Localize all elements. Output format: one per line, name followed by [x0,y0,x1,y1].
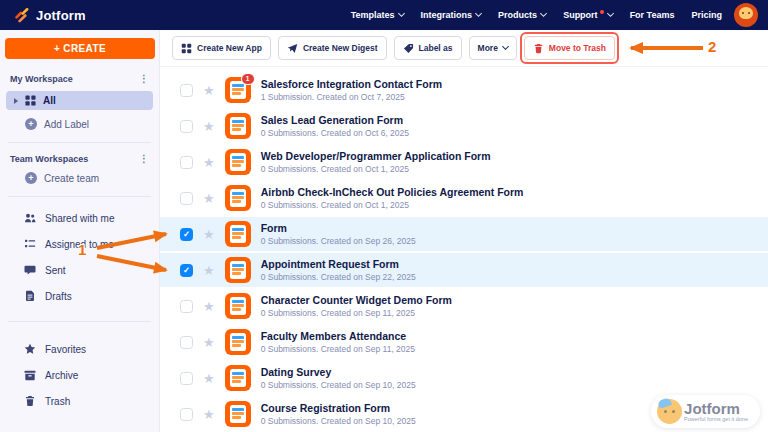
favorite-star-icon[interactable]: ★ [203,120,215,133]
nav-item-label: Integrations [421,10,473,20]
trash-icon [533,43,544,54]
favorite-star-icon[interactable]: ★ [203,264,215,277]
favorite-star-icon[interactable]: ★ [203,300,215,313]
team-workspaces-menu-button[interactable]: ⋮ [139,154,149,164]
form-icon[interactable] [225,185,251,211]
navbar-item[interactable]: Support [563,10,613,20]
sidebar-item-label: Drafts [45,291,72,302]
form-checkbox[interactable]: ✓ [180,408,193,421]
form-row[interactable]: ✓ ★ Sales Lead Generation Form 0 Submiss… [160,109,768,143]
favorite-star-icon[interactable]: ★ [203,336,215,349]
sidebar-item[interactable]: Archive [0,362,159,388]
my-workspace-menu-button[interactable]: ⋮ [139,74,149,84]
form-title[interactable]: Faculty Members Attendance [261,330,415,342]
navbar-menu: Templates Integrations Products Support … [351,10,722,20]
nav-item-label: Pricing [691,10,722,20]
user-avatar-button[interactable] [734,3,758,27]
form-icon[interactable] [225,329,251,355]
form-icon[interactable] [225,257,251,283]
brand-name: Jotform [36,8,86,23]
forms-list: ✓ ★ 1 Salesforce Integration Contact For… [160,67,768,432]
form-checkbox[interactable]: ✓ [180,84,193,97]
sidebar-item[interactable]: Sent [0,257,159,283]
form-checkbox[interactable]: ✓ [180,336,193,349]
form-checkbox[interactable]: ✓ [180,300,193,313]
sidebar-item-all[interactable]: All [6,91,153,110]
form-checkbox[interactable]: ✓ [180,228,193,241]
form-row[interactable]: ✓ ★ Dating Survey 0 Submissions. Created… [160,361,768,395]
form-icon[interactable] [225,221,251,247]
form-checkbox[interactable]: ✓ [180,120,193,133]
navbar-item[interactable]: For Teams [630,10,675,20]
more-button[interactable]: More [469,36,517,60]
move-to-trash-button[interactable]: Move to Trash [524,36,615,60]
form-row[interactable]: ✓ ★ Faculty Members Attendance 0 Submiss… [160,325,768,359]
form-row[interactable]: ✓ ★ Airbnb Check-InCheck Out Policies Ag… [160,181,768,215]
create-team-text: Create team [44,173,99,184]
expand-caret-icon[interactable] [14,98,18,104]
trash-icon [24,395,36,407]
sidebar-item-label: Archive [45,370,78,381]
navbar-item[interactable]: Templates [351,10,404,20]
sidebar-item[interactable]: Favorites [0,336,159,362]
form-checkbox[interactable]: ✓ [180,264,193,277]
form-icon[interactable] [225,401,251,427]
navbar-item[interactable]: Pricing [691,10,722,20]
form-row[interactable]: ✓ ★ 1 Salesforce Integration Contact For… [160,73,768,107]
chevron-down-icon [398,10,405,17]
favorite-star-icon[interactable]: ★ [203,228,215,241]
form-title[interactable]: Dating Survey [261,366,416,378]
form-checkbox[interactable]: ✓ [180,156,193,169]
form-title[interactable]: Web Developer/Programmer Application For… [261,150,491,162]
form-icon[interactable] [225,149,251,175]
form-icon[interactable] [225,113,251,139]
chat-icon [24,264,36,276]
create-team-button[interactable]: + Create team [0,164,159,184]
form-icon[interactable] [225,293,251,319]
bulk-action-toolbar: Create New App Create New Digest Label a… [160,30,768,67]
create-new-digest-button[interactable]: Create New Digest [278,36,387,60]
navbar-item[interactable]: Products [498,10,546,20]
sidebar-item[interactable]: Shared with me [0,205,159,231]
favorite-star-icon[interactable]: ★ [203,408,215,421]
form-title[interactable]: Form [261,222,416,234]
grid-icon [25,95,36,106]
form-checkbox[interactable]: ✓ [180,192,193,205]
sidebar-item[interactable]: Trash [0,388,159,414]
avatar-face [739,7,753,19]
favorite-star-icon[interactable]: ★ [203,372,215,385]
form-title[interactable]: Airbnb Check-InCheck Out Policies Agreem… [261,186,524,198]
form-title[interactable]: Sales Lead Generation Form [261,114,409,126]
favorite-star-icon[interactable]: ★ [203,84,215,97]
sidebar-divider [8,321,151,322]
form-row[interactable]: ✓ ★ Appointment Request Form 0 Submissio… [160,253,768,287]
chevron-down-icon [502,43,509,50]
favorite-star-icon[interactable]: ★ [203,156,215,169]
form-title[interactable]: Appointment Request Form [261,258,416,270]
form-meta: 0 Submissions. Created on Sep 10, 2025 [261,416,416,426]
form-icon[interactable] [225,365,251,391]
form-row[interactable]: ✓ ★ Form 0 Submissions. Created on Sep 2… [160,217,768,251]
form-row[interactable]: ✓ ★ Web Developer/Programmer Application… [160,145,768,179]
add-label-button[interactable]: + Add Label [0,110,159,130]
plus-circle-icon: + [25,172,37,184]
sidebar-item[interactable]: Drafts [0,283,159,309]
form-checkbox[interactable]: ✓ [180,372,193,385]
form-row[interactable]: ✓ ★ Character Counter Widget Demo Form 0… [160,289,768,323]
navbar-item[interactable]: Integrations [421,10,482,20]
top-navbar: Jotform Templates Integrations Products … [0,0,768,30]
jotform-logo[interactable]: Jotform [14,8,86,23]
sidebar-item[interactable]: Assigned to me [0,231,159,257]
form-title[interactable]: Character Counter Widget Demo Form [261,294,452,306]
paper-plane-icon [287,43,298,54]
more-label: More [478,43,498,53]
form-title[interactable]: Course Registration Form [261,402,416,414]
create-button[interactable]: + CREATE [5,38,155,59]
favorite-star-icon[interactable]: ★ [203,192,215,205]
form-row[interactable]: ✓ ★ Course Registration Form 0 Submissio… [160,397,768,431]
label-as-button[interactable]: Label as [394,36,462,60]
form-title[interactable]: Salesforce Integration Contact Form [261,78,442,90]
move-to-trash-label: Move to Trash [549,43,606,53]
form-icon[interactable]: 1 [225,77,251,103]
create-new-app-button[interactable]: Create New App [172,36,271,60]
